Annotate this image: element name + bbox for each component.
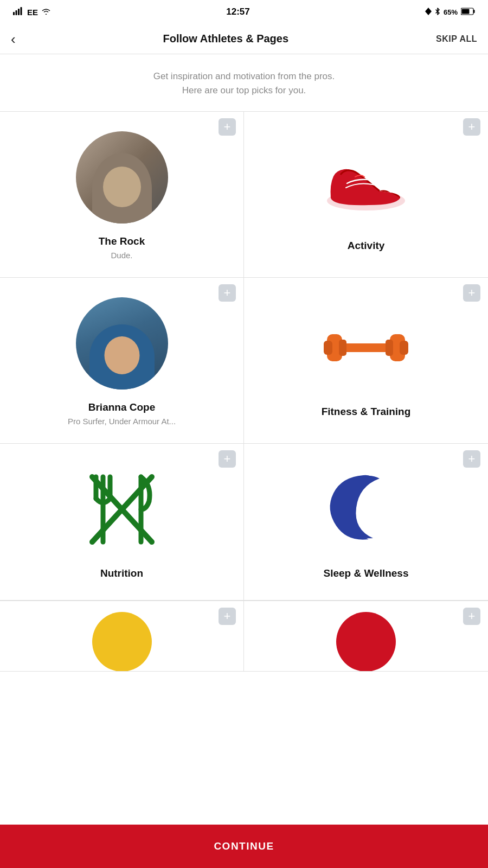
carrier-label: EE [27, 8, 38, 17]
svg-rect-9 [324, 341, 332, 355]
status-bar: EE 12:57 65% [0, 0, 488, 24]
follow-button-sleep-wellness[interactable]: + [463, 450, 480, 468]
category-name-sleep-wellness: Sleep & Wellness [324, 567, 409, 579]
signal-icon [13, 7, 24, 17]
shoe-icon [325, 146, 407, 217]
svg-rect-5 [473, 10, 475, 13]
athlete-name-the-rock: The Rock [99, 235, 145, 247]
partial-cell-left[interactable]: + [0, 601, 244, 672]
subtitle-line2: Here are our top picks for you. [22, 84, 466, 98]
avatar-brianna-cope [76, 297, 168, 390]
svg-rect-14 [386, 340, 393, 356]
svg-rect-12 [342, 343, 390, 352]
follow-button-nutrition[interactable]: + [219, 450, 236, 468]
follow-button-brianna-cope[interactable]: + [219, 284, 236, 302]
moon-icon [325, 469, 407, 550]
partial-avatar-left [92, 612, 152, 672]
svg-rect-2 [18, 9, 20, 15]
back-button[interactable]: ‹ [11, 32, 16, 46]
grid-cell-fitness-training[interactable]: + Fitness & Training [244, 278, 488, 444]
follow-button-partial-right[interactable]: + [463, 608, 480, 625]
partial-avatar-right [336, 612, 396, 672]
wifi-icon [41, 8, 51, 17]
athlete-grid: + The Rock Dude. + [0, 111, 488, 601]
status-right: 65% [425, 8, 475, 17]
grid-cell-the-rock[interactable]: + The Rock Dude. [0, 112, 244, 278]
battery-percent: 65% [444, 8, 458, 16]
category-name-activity: Activity [348, 240, 385, 252]
athlete-sub-the-rock: Dude. [111, 251, 132, 260]
subtitle-line1: Get inspiration and motivation from the … [22, 69, 466, 84]
location-icon [425, 8, 432, 17]
grid-cell-activity[interactable]: + Activity [244, 112, 488, 278]
svg-rect-3 [21, 7, 22, 15]
header: ‹ Follow Athletes & Pages SKIP ALL [0, 24, 488, 54]
follow-button-fitness-training[interactable]: + [463, 284, 480, 302]
grid-cell-brianna-cope[interactable]: + Brianna Cope Pro Surfer, Under Armour … [0, 278, 244, 444]
status-left: EE [13, 7, 51, 17]
svg-rect-6 [462, 9, 470, 14]
partial-row: + + [0, 601, 488, 672]
skip-all-button[interactable]: SKIP ALL [436, 34, 477, 44]
avatar-the-rock [76, 131, 168, 224]
follow-button-the-rock[interactable]: + [219, 118, 236, 136]
svg-rect-1 [16, 10, 17, 15]
athlete-sub-brianna-cope: Pro Surfer, Under Armour At... [68, 417, 176, 426]
battery-icon [461, 8, 475, 17]
svg-rect-13 [339, 340, 346, 356]
icon-area-fitness-training [320, 302, 412, 394]
svg-rect-11 [400, 341, 408, 355]
continue-button[interactable]: CONTINUE [0, 825, 488, 868]
status-time: 12:57 [226, 7, 249, 17]
bluetooth-icon [435, 8, 440, 17]
icon-area-activity [320, 136, 412, 228]
icon-area-sleep-wellness [320, 463, 412, 556]
category-name-nutrition: Nutrition [100, 567, 143, 579]
follow-button-partial-left[interactable]: + [219, 608, 236, 625]
page-title: Follow Athletes & Pages [163, 33, 289, 45]
dumbbell-icon [323, 312, 409, 383]
follow-button-activity[interactable]: + [463, 118, 480, 136]
category-name-fitness-training: Fitness & Training [322, 406, 411, 418]
subtitle: Get inspiration and motivation from the … [0, 54, 488, 111]
utensils-icon [81, 469, 163, 550]
athlete-name-brianna-cope: Brianna Cope [88, 401, 156, 413]
partial-cell-right[interactable]: + [244, 601, 488, 672]
grid-cell-sleep-wellness[interactable]: + Sleep & Wellness [244, 444, 488, 601]
icon-area-nutrition [76, 463, 168, 556]
grid-cell-nutrition[interactable]: + Nutrition [0, 444, 244, 601]
svg-rect-0 [13, 12, 15, 15]
